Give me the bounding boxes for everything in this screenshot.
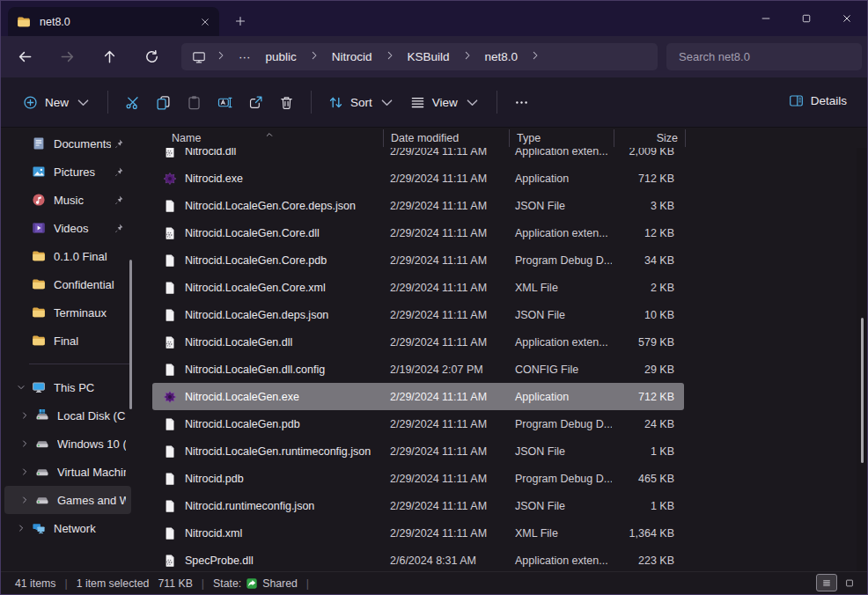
file-name: Nitrocid.LocaleGen.exe <box>185 391 299 403</box>
file-name: Nitrocid.LocaleGen.dll.config <box>185 364 325 376</box>
breadcrumb-segment-nitrocid[interactable]: Nitrocid <box>329 49 375 64</box>
toolbar-share-button[interactable] <box>240 88 271 117</box>
tab-folder-icon <box>17 15 31 29</box>
file-row-nitrocid-xml[interactable]: Nitrocid.xml2/29/2024 11:11 AMXML File1,… <box>152 519 684 547</box>
sidebar-scrollbar-thumb[interactable] <box>129 260 132 409</box>
file-row-nitrocid-localegen-core-dll[interactable]: Nitrocid.LocaleGen.Core.dll2/29/2024 11:… <box>152 219 684 246</box>
tab-close-button[interactable] <box>200 17 210 27</box>
sidebar-item-label: Final <box>54 334 126 348</box>
toolbar-delete-button[interactable] <box>271 88 302 117</box>
column-separator[interactable] <box>685 129 686 147</box>
file-name: Nitrocid.LocaleGen.Core.dll <box>185 227 320 239</box>
breadcrumb-this-pc[interactable] <box>192 50 206 64</box>
toolbar-more-button[interactable] <box>506 88 537 117</box>
breadcrumb-segment-public[interactable]: public <box>263 49 299 64</box>
sidebar-item-documents[interactable]: Documents <box>4 129 131 158</box>
window-close-button[interactable] <box>827 1 867 36</box>
sidebar-item-0-1-0-final[interactable]: 0.1.0 Final <box>4 242 131 270</box>
chevron-right-icon[interactable] <box>530 50 541 63</box>
toolbar-paste-button[interactable] <box>179 88 210 117</box>
sidebar-item-this-pc[interactable]: This PC <box>4 373 131 401</box>
sidebar-item-network[interactable]: Network <box>4 514 131 542</box>
file-row-nitrocid-localegen-core-pdb[interactable]: Nitrocid.LocaleGen.Core.pdb2/29/2024 11:… <box>152 246 684 274</box>
chevron-right-icon[interactable] <box>216 50 226 63</box>
file-name-cell: Nitrocid.LocaleGen.pdb <box>152 417 383 431</box>
file-row-nitrocid-localegen-core-xml[interactable]: Nitrocid.LocaleGen.Core.xml2/29/2024 11:… <box>152 274 684 301</box>
column-header-size[interactable]: Size <box>614 132 685 144</box>
breadcrumb-overflow[interactable]: ··· <box>236 49 254 64</box>
explorer-tab[interactable]: net8.0 <box>8 7 219 36</box>
forward-button[interactable] <box>52 42 82 72</box>
chevron-right-icon[interactable] <box>309 50 320 63</box>
file-row-nitrocid-runtimeconfig-json[interactable]: Nitrocid.runtimeconfig.json2/29/2024 11:… <box>152 492 684 519</box>
file-row-nitrocid-dll[interactable]: Nitrocid.dll2/29/2024 11:11 AMApplicatio… <box>152 148 684 165</box>
content-area: DocumentsPicturesMusicVideos0.1.0 FinalC… <box>1 128 867 571</box>
column-header-name[interactable]: Name <box>151 132 383 144</box>
toolbar-new-button[interactable]: New <box>15 88 99 117</box>
file-row-nitrocid-localegen-dll[interactable]: Nitrocid.LocaleGen.dll2/29/2024 11:11 AM… <box>152 328 684 356</box>
file-row-nitrocid-localegen-dll-config[interactable]: Nitrocid.LocaleGen.dll.config2/19/2024 2… <box>152 356 684 383</box>
chevron-right-icon[interactable] <box>15 467 34 476</box>
column-header-date[interactable]: Date modified <box>384 132 509 144</box>
chevron-right-icon[interactable] <box>462 50 473 63</box>
sidebar-item-windows-10-d[interactable]: Windows 10 (D <box>4 430 131 458</box>
toolbar-copy-button[interactable] <box>148 88 179 117</box>
sidebar-item-terminaux[interactable]: Terminaux <box>4 298 131 327</box>
new-tab-button[interactable] <box>231 11 250 31</box>
sidebar-item-pictures[interactable]: Pictures <box>4 158 131 186</box>
chevron-right-icon[interactable] <box>15 439 34 448</box>
search-box[interactable] <box>666 43 862 70</box>
scrollbar-thumb[interactable] <box>861 318 864 463</box>
file-size: 712 KB <box>612 173 682 185</box>
file-row-nitrocid-localegen-runtimeconfig-json[interactable]: Nitrocid.LocaleGen.runtimeconfig.json2/2… <box>152 437 684 465</box>
status-bar: 41 items | 1 item selected 711 KB | Stat… <box>1 571 867 594</box>
sidebar-item-games-and-wo[interactable]: Games and Wo <box>4 486 131 514</box>
scrollbar-track[interactable] <box>857 128 867 571</box>
file-row-nitrocid-exe[interactable]: Nitrocid.exe2/29/2024 11:11 AMApplicatio… <box>152 165 684 192</box>
file-name-cell: Nitrocid.exe <box>152 172 383 186</box>
file-row-nitrocid-localegen-exe[interactable]: Nitrocid.LocaleGen.exe2/29/2024 11:11 AM… <box>152 383 684 410</box>
sidebar-item-videos[interactable]: Videos <box>4 214 131 242</box>
chevron-down-icon[interactable] <box>11 383 31 392</box>
maximize-button[interactable] <box>786 1 827 36</box>
back-button[interactable] <box>10 42 40 72</box>
minimize-button[interactable] <box>746 1 786 36</box>
paste-icon <box>187 95 202 110</box>
file-date: 2/29/2024 11:11 AM <box>383 254 508 267</box>
chevron-right-icon[interactable] <box>15 411 34 420</box>
file-row-specprobe-dll[interactable]: SpecProbe.dll2/6/2024 8:31 AMApplication… <box>152 547 684 571</box>
file-type: JSON File <box>508 445 612 458</box>
breadcrumb-segment-net8-0[interactable]: net8.0 <box>482 49 521 64</box>
sidebar-item-music[interactable]: Music <box>4 186 131 214</box>
details-view-toggle[interactable] <box>816 574 837 591</box>
column-header-type[interactable]: Type <box>510 132 614 144</box>
file-row-nitrocid-localegen-core-deps-json[interactable]: Nitrocid.LocaleGen.Core.deps.json2/29/20… <box>152 192 684 219</box>
file-row-nitrocid-localegen-pdb[interactable]: Nitrocid.LocaleGen.pdb2/29/2024 11:11 AM… <box>152 410 684 437</box>
toolbar-rename-button[interactable] <box>210 88 240 117</box>
toolbar-details-button[interactable]: Details <box>781 86 855 115</box>
up-button[interactable] <box>94 42 124 72</box>
sidebar-item-confidential[interactable]: Confidential <box>4 270 131 298</box>
toolbar-cut-button[interactable] <box>117 88 148 117</box>
page-icon <box>163 472 177 486</box>
file-type: XML File <box>508 527 612 540</box>
file-row-nitrocid-pdb[interactable]: Nitrocid.pdb2/29/2024 11:11 AMProgram De… <box>152 465 684 492</box>
sidebar-item-final[interactable]: Final <box>4 327 131 355</box>
file-size: 579 KB <box>612 336 682 349</box>
icons-view-toggle[interactable] <box>839 574 860 591</box>
toolbar-view-button[interactable]: View <box>402 88 488 117</box>
file-name: Nitrocid.LocaleGen.Core.deps.json <box>185 200 356 212</box>
breadcrumb-segment-ksbuild[interactable]: KSBuild <box>405 49 452 64</box>
sidebar-item-local-disk-c[interactable]: Local Disk (C:) <box>4 401 131 430</box>
toolbar-sort-button[interactable]: Sort <box>320 88 402 117</box>
refresh-button[interactable] <box>136 42 166 72</box>
file-row-nitrocid-localegen-deps-json[interactable]: Nitrocid.LocaleGen.deps.json2/29/2024 11… <box>152 301 684 328</box>
sidebar-item-virtual-machin[interactable]: Virtual Machin <box>4 458 131 486</box>
search-input[interactable] <box>677 49 851 64</box>
chevron-right-icon[interactable] <box>15 496 34 504</box>
chevron-right-icon[interactable] <box>385 50 395 63</box>
file-date: 2/29/2024 11:11 AM <box>383 336 508 349</box>
sidebar-item-label: Terminaux <box>54 306 126 320</box>
chevron-right-icon[interactable] <box>11 524 31 533</box>
toolbar-left: NewSortView <box>15 88 537 117</box>
